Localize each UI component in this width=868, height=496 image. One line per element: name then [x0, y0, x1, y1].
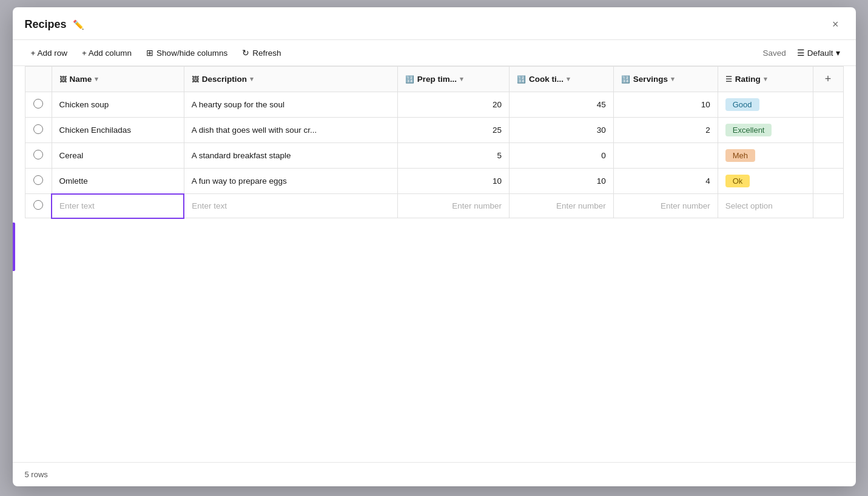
- row-0-rating-badge: Good: [725, 98, 759, 111]
- table-container: 🖼 Name ▾ 🖼 Description ▾: [13, 66, 856, 462]
- modal-header: Recipes ✏️ ×: [13, 7, 856, 40]
- row-3-extra: [813, 169, 843, 194]
- row-3-cook-time[interactable]: 10: [510, 169, 614, 194]
- row-1-servings[interactable]: 2: [613, 118, 718, 143]
- row-2-checkbox[interactable]: [25, 143, 52, 169]
- col-header-cook-time[interactable]: 🔢 Cook ti... ▾: [510, 67, 614, 92]
- add-column-plus-button[interactable]: +: [825, 73, 832, 85]
- table-row: Chicken soupA hearty soup for the soul20…: [25, 92, 843, 118]
- col-header-name[interactable]: 🖼 Name ▾: [52, 67, 184, 92]
- row-2-extra: [813, 143, 843, 169]
- row-3-servings[interactable]: 4: [613, 169, 718, 194]
- row-1-prep-time[interactable]: 25: [397, 118, 509, 143]
- row-2-cook-time[interactable]: 0: [510, 143, 614, 169]
- cook-sort-icon: ▾: [567, 75, 570, 83]
- table-row: OmletteA fun way to prepare eggs10104Ok: [25, 169, 843, 194]
- modal-title: Recipes: [25, 18, 67, 31]
- refresh-button[interactable]: ↻ Refresh: [236, 45, 287, 61]
- new-row-description-cell[interactable]: Enter text: [184, 194, 397, 218]
- row-0-prep-time[interactable]: 20: [397, 92, 509, 118]
- name-sort-icon: ▾: [95, 75, 98, 83]
- row-1-radio[interactable]: [33, 124, 43, 134]
- col-header-prep-time[interactable]: 🔢 Prep tim... ▾: [397, 67, 509, 92]
- row-0-rating[interactable]: Good: [718, 92, 813, 118]
- row-2-servings[interactable]: [613, 143, 718, 169]
- prep-sort-icon: ▾: [460, 75, 463, 83]
- row-2-name[interactable]: Cereal: [52, 143, 184, 169]
- row-1-cook-time[interactable]: 30: [510, 118, 614, 143]
- row-3-rating-badge: Ok: [725, 175, 750, 187]
- add-column-header[interactable]: +: [813, 67, 843, 92]
- show-hide-icon: ⊞: [146, 48, 153, 58]
- row-1-rating-badge: Excellent: [725, 124, 772, 136]
- row-0-name[interactable]: Chicken soup: [52, 92, 184, 118]
- row-0-cook-time[interactable]: 45: [510, 92, 614, 118]
- new-row-radio[interactable]: [33, 200, 43, 210]
- row-2-prep-time[interactable]: 5: [397, 143, 509, 169]
- prep-col-icon: 🔢: [405, 75, 414, 84]
- row-2-radio[interactable]: [33, 150, 43, 159]
- new-row: Enter text Enter text Enter number Enter…: [25, 194, 843, 218]
- table-row: CerealA standard breakfast staple50Meh: [25, 143, 843, 169]
- sidebar-accent: [13, 223, 15, 271]
- row-3-radio[interactable]: [33, 175, 43, 185]
- new-row-servings-cell[interactable]: Enter number: [613, 194, 718, 218]
- row-0-checkbox[interactable]: [25, 92, 52, 118]
- row-2-description[interactable]: A standard breakfast staple: [184, 143, 397, 169]
- row-1-description[interactable]: A dish that goes well with sour cr...: [184, 118, 397, 143]
- row-2-rating[interactable]: Meh: [718, 143, 813, 169]
- new-row-extra: [813, 194, 843, 218]
- recipes-table: 🖼 Name ▾ 🖼 Description ▾: [25, 66, 844, 219]
- row-0-radio[interactable]: [33, 99, 43, 109]
- serv-sort-icon: ▾: [671, 75, 675, 83]
- add-row-button[interactable]: + Add row: [25, 45, 73, 61]
- recipes-modal: Recipes ✏️ × + Add row + Add column ⊞ Sh…: [13, 7, 856, 486]
- toolbar-right: Saved ☰ Default ▾: [762, 45, 843, 60]
- show-hide-columns-button[interactable]: ⊞ Show/hide columns: [140, 45, 234, 61]
- table-row: Chicken EnchiladasA dish that goes well …: [25, 118, 843, 143]
- add-column-button[interactable]: + Add column: [76, 45, 138, 61]
- edit-icon[interactable]: ✏️: [73, 19, 84, 30]
- row-3-name[interactable]: Omlette: [52, 169, 184, 194]
- row-3-checkbox[interactable]: [25, 169, 52, 194]
- table-body: Chicken soupA hearty soup for the soul20…: [25, 92, 843, 218]
- serv-col-icon: 🔢: [621, 75, 630, 84]
- row-1-extra: [813, 118, 843, 143]
- rating-sort-icon: ▾: [764, 75, 767, 83]
- row-3-rating[interactable]: Ok: [718, 169, 813, 194]
- col-header-description[interactable]: 🖼 Description ▾: [184, 67, 397, 92]
- refresh-icon: ↻: [242, 48, 249, 58]
- table-header-row: 🖼 Name ▾ 🖼 Description ▾: [25, 67, 843, 92]
- close-button[interactable]: ×: [827, 16, 844, 33]
- col-header-rating[interactable]: ☰ Rating ▾: [718, 67, 813, 92]
- default-view-button[interactable]: ☰ Default ▾: [793, 45, 844, 60]
- row-0-extra: [813, 92, 843, 118]
- row-count: 5 rows: [25, 470, 48, 479]
- desc-sort-icon: ▾: [250, 75, 254, 83]
- rating-col-icon: ☰: [725, 75, 732, 84]
- checkbox-header: [25, 67, 52, 92]
- chevron-down-icon: ▾: [836, 48, 840, 58]
- row-2-rating-badge: Meh: [725, 149, 755, 162]
- row-3-description[interactable]: A fun way to prepare eggs: [184, 169, 397, 194]
- row-0-servings[interactable]: 10: [613, 92, 718, 118]
- table-footer: 5 rows: [13, 462, 856, 486]
- row-1-rating[interactable]: Excellent: [718, 118, 813, 143]
- col-header-servings[interactable]: 🔢 Servings ▾: [613, 67, 718, 92]
- new-row-cook-cell[interactable]: Enter number: [510, 194, 614, 218]
- new-row-prep-cell[interactable]: Enter number: [397, 194, 509, 218]
- row-3-prep-time[interactable]: 10: [397, 169, 509, 194]
- new-row-checkbox[interactable]: [25, 194, 52, 218]
- new-row-rating-cell[interactable]: Select option: [718, 194, 813, 218]
- cook-col-icon: 🔢: [517, 75, 526, 84]
- saved-status: Saved: [762, 49, 786, 58]
- row-0-description[interactable]: A hearty soup for the soul: [184, 92, 397, 118]
- list-icon: ☰: [797, 48, 805, 58]
- name-col-icon: 🖼: [59, 75, 67, 84]
- new-row-name-cell[interactable]: Enter text: [52, 194, 184, 218]
- row-1-checkbox[interactable]: [25, 118, 52, 143]
- toolbar: + Add row + Add column ⊞ Show/hide colum…: [13, 40, 856, 66]
- desc-col-icon: 🖼: [192, 75, 199, 84]
- row-1-name[interactable]: Chicken Enchiladas: [52, 118, 184, 143]
- modal-title-area: Recipes ✏️: [25, 18, 84, 31]
